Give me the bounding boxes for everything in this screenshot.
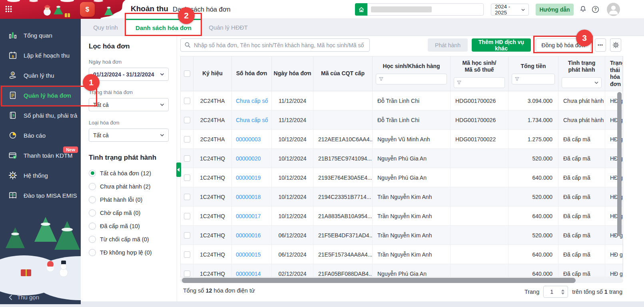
page-stepper[interactable]: [561, 289, 564, 295]
step-down-icon[interactable]: [561, 293, 564, 295]
open-book-icon: [8, 191, 18, 200]
filter-hoc-sinh[interactable]: [376, 74, 447, 84]
vertical-scrollbar-thumb[interactable]: [617, 92, 622, 236]
table-row[interactable]: 2C24THA Chưa cấp số 11/12/2024 Đỗ Trần L…: [181, 91, 623, 110]
sidebar-item-lap-ke-hoach-thu[interactable]: $ Lập kế hoạch thu: [0, 45, 81, 65]
filter-collapse-handle[interactable]: [176, 163, 181, 177]
sidebar-item-so-phai-thu-phai-tra[interactable]: $ Sổ phải thu, phải trả: [0, 105, 81, 125]
invoice-number-link[interactable]: 00000003: [236, 136, 261, 142]
radio-icon[interactable]: [89, 209, 96, 217]
radio-icon[interactable]: [89, 249, 96, 256]
cell-so-hoa-don: 00000003: [232, 130, 272, 148]
radio-option[interactable]: TĐ không hợp lệ (0): [89, 246, 169, 259]
radio-icon[interactable]: [89, 236, 96, 243]
sidebar-item-dao-tao-misa-emis[interactable]: Đào tạo MISA EMIS: [0, 185, 81, 205]
horizontal-scrollbar-thumb[interactable]: [182, 278, 576, 283]
guide-button[interactable]: Hướng dẫn: [536, 4, 574, 16]
row-checkbox[interactable]: [184, 117, 190, 123]
sidebar-item-quan-ly-thu[interactable]: $ Quản lý thu: [0, 65, 81, 85]
notification-bell-icon[interactable]: [578, 4, 588, 14]
row-checkbox[interactable]: [184, 194, 190, 200]
row-checkbox[interactable]: [184, 271, 190, 277]
cell-ky-hieu: 1C24THQ: [193, 245, 232, 264]
add-service-invoice-button[interactable]: Thêm HĐ dịch vụ khác: [472, 38, 531, 52]
invoice-number-link[interactable]: 00000015: [236, 251, 261, 258]
radio-option[interactable]: Phát hành lỗi (0): [89, 193, 169, 206]
issue-button[interactable]: Phát hành: [428, 38, 468, 52]
row-checkbox[interactable]: [184, 175, 190, 181]
page-number-input[interactable]: 1: [543, 286, 568, 298]
radio-option[interactable]: Tất cả hóa đơn (12): [89, 167, 169, 180]
row-checkbox[interactable]: [184, 98, 190, 104]
search-input[interactable]: [194, 42, 365, 48]
row-checkbox[interactable]: [184, 232, 190, 239]
cell-tinh-trang: Đã cấp mã: [558, 149, 605, 168]
page-title: Danh sách hóa đơn: [173, 6, 231, 13]
invoice-number-link[interactable]: 00000020: [236, 155, 261, 162]
cell-ma-cqt: 21F5EB4DF371AD4...: [313, 226, 373, 245]
sync-invoice-button[interactable]: Đồng bộ hóa đơn: [536, 38, 591, 52]
table-row[interactable]: 1C24THQ 00000020 10/12/2024 21B175EC9741…: [181, 149, 623, 168]
invoice-search[interactable]: [180, 38, 370, 52]
cell-ngay-hoa-don: 02/12/2024: [272, 264, 313, 277]
filter-ma-hoc-sinh[interactable]: [454, 77, 505, 88]
sidebar-item-thanh-toan-kdtm[interactable]: Thanh toán KDTM New: [0, 145, 81, 165]
school-selector[interactable]: [355, 3, 484, 16]
app-grid-icon[interactable]: [5, 6, 12, 12]
page-total-count: 1: [604, 289, 608, 295]
invoice-number-link[interactable]: Chưa cấp số: [236, 98, 268, 104]
sidebar-item-tong-quan[interactable]: Tổng quan: [0, 25, 81, 45]
step-up-icon[interactable]: [561, 289, 564, 291]
radio-icon[interactable]: [89, 223, 96, 230]
table-row[interactable]: 1C24THQ 00000018 10/12/2024 2194C23351B7…: [181, 187, 623, 207]
row-checkbox[interactable]: [184, 251, 190, 258]
school-year-select[interactable]: 2024 - 2025: [491, 4, 529, 16]
filter-tong-tien[interactable]: [512, 74, 555, 84]
cell-ky-hieu: 2C24THA: [193, 130, 232, 148]
invoice-status-select[interactable]: Tất cả: [89, 98, 169, 111]
invoice-number-link[interactable]: Chưa cấp số: [236, 117, 268, 123]
invoice-number-link[interactable]: 00000014: [236, 271, 261, 277]
home-icon[interactable]: [355, 3, 367, 16]
sidebar-collapse-button[interactable]: Thu gọn: [9, 294, 39, 301]
more-options-button[interactable]: •••: [595, 38, 606, 52]
app-logo[interactable]: $: [80, 2, 95, 17]
invoice-number-link[interactable]: 00000016: [236, 232, 261, 239]
row-checkbox[interactable]: [184, 213, 190, 219]
invoice-type-select[interactable]: Tất cả: [89, 128, 169, 142]
table-row[interactable]: 2C24THA 00000003 10/12/2024 212AEE1A10C6…: [181, 130, 623, 149]
table-row[interactable]: 1C24THQ 00000014 02/12/2024 21FA05BF088D…: [181, 264, 623, 277]
radio-option[interactable]: Đã cấp mã (10): [89, 219, 169, 233]
cell-tong-tien: 640.000: [508, 245, 558, 264]
radio-icon[interactable]: [89, 183, 96, 190]
avatar[interactable]: [607, 3, 620, 16]
table-settings-button[interactable]: [610, 38, 621, 52]
invoice-number-link[interactable]: 00000018: [236, 194, 261, 200]
select-all-checkbox[interactable]: [184, 70, 190, 77]
table-row[interactable]: 1C24THQ 00000019 10/12/2024 2193E764E30A…: [181, 168, 623, 187]
radio-icon[interactable]: [89, 196, 96, 203]
radio-icon[interactable]: [89, 170, 96, 177]
radio-option[interactable]: Chưa phát hành (2): [89, 180, 169, 193]
table-row[interactable]: 1C24THQ 00000017 10/12/2024 21A8835AB10A…: [181, 207, 623, 226]
horizontal-scrollbar[interactable]: [180, 278, 623, 283]
filter-tinh-trang[interactable]: [562, 77, 602, 88]
radio-option[interactable]: Từ chối cấp mã (0): [89, 233, 169, 246]
table-row[interactable]: 2C24THA Chưa cấp số 11/12/2024 Đỗ Trần L…: [181, 110, 623, 130]
sidebar-item-he-thong[interactable]: Hệ thống: [0, 165, 81, 185]
row-checkbox[interactable]: [184, 155, 190, 162]
row-checkbox[interactable]: [184, 136, 190, 142]
cell-ky-hieu: 2C24THA: [193, 91, 232, 110]
sidebar-item-bao-cao[interactable]: Báo cáo: [0, 125, 81, 145]
invoice-date-select[interactable]: 01/12/2024 - 31/12/2024: [89, 68, 169, 81]
radio-option[interactable]: Chờ cấp mã (0): [89, 206, 169, 219]
sidebar-item-quan-ly-hoa-don[interactable]: Quản lý hóa đơn: [0, 85, 81, 105]
tab-danh-sach-hoa-don[interactable]: Danh sách hóa đơn: [125, 19, 202, 36]
table-row[interactable]: 1C24THQ 00000016 06/12/2024 21F5EB4DF371…: [181, 226, 623, 245]
help-icon[interactable]: ?: [590, 4, 600, 14]
invoice-number-link[interactable]: 00000017: [236, 213, 261, 219]
invoice-number-link[interactable]: 00000019: [236, 175, 261, 181]
tab-quan-ly-hddt[interactable]: Quản lý HĐĐT: [202, 19, 255, 36]
table-row[interactable]: 1C24THQ 00000015 06/12/2024 21E5F15734AA…: [181, 245, 623, 264]
tab-quy-trinh[interactable]: Quy trình: [86, 19, 125, 36]
